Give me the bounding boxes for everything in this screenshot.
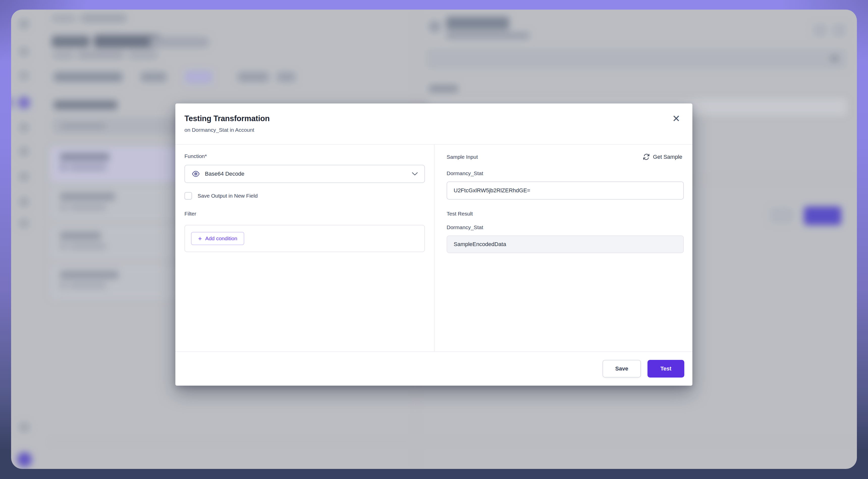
save-button[interactable]: Save (602, 360, 641, 378)
get-sample-button[interactable]: Get Sample (642, 153, 684, 160)
test-result-label: Test Result (446, 211, 684, 217)
sample-input-label: Sample Input (446, 154, 478, 160)
sample-input-row: Sample Input Get Sample (446, 153, 684, 160)
function-select-value: Base64 Decode (205, 171, 407, 177)
filter-label: Filter (184, 211, 425, 217)
plus-icon: + (198, 235, 202, 242)
get-sample-label: Get Sample (653, 154, 682, 160)
save-output-checkbox[interactable] (184, 192, 192, 200)
function-panel: Function* Base64 Decode (175, 145, 434, 351)
close-icon[interactable]: ✕ (670, 113, 682, 125)
filter-conditions-box: + Add condition (184, 225, 425, 252)
result-field-label: Dormancy_Stat (446, 224, 684, 231)
screen: { "colors": { "accent_purple": "#5b30e0"… (0, 0, 868, 479)
function-label: Function* (184, 153, 425, 159)
sample-panel: Sample Input Get Sample Dormancy_Stat (434, 145, 692, 351)
modal-subtitle: on Dormancy_Stat in Account (184, 127, 680, 133)
test-button[interactable]: Test (648, 360, 684, 378)
refresh-icon (643, 153, 650, 160)
modal-header: Testing Transformation on Dormancy_Stat … (175, 103, 692, 145)
chevron-down-icon (412, 172, 418, 176)
function-select[interactable]: Base64 Decode (184, 165, 425, 183)
save-output-row: Save Output in New Field (184, 192, 425, 200)
modal-footer: Save Test (175, 351, 692, 386)
test-result-value: SampleEncodedData (446, 236, 684, 253)
save-output-label: Save Output in New Field (197, 193, 258, 199)
modal-body: Function* Base64 Decode (175, 145, 692, 351)
eye-icon (191, 170, 200, 178)
sample-field-label: Dormancy_Stat (446, 170, 684, 176)
modal-title: Testing Transformation (184, 114, 680, 123)
add-condition-button[interactable]: + Add condition (191, 232, 244, 245)
testing-transformation-modal: Testing Transformation on Dormancy_Stat … (175, 103, 692, 386)
sample-input-field[interactable] (446, 181, 684, 200)
add-condition-label: Add condition (205, 236, 237, 241)
